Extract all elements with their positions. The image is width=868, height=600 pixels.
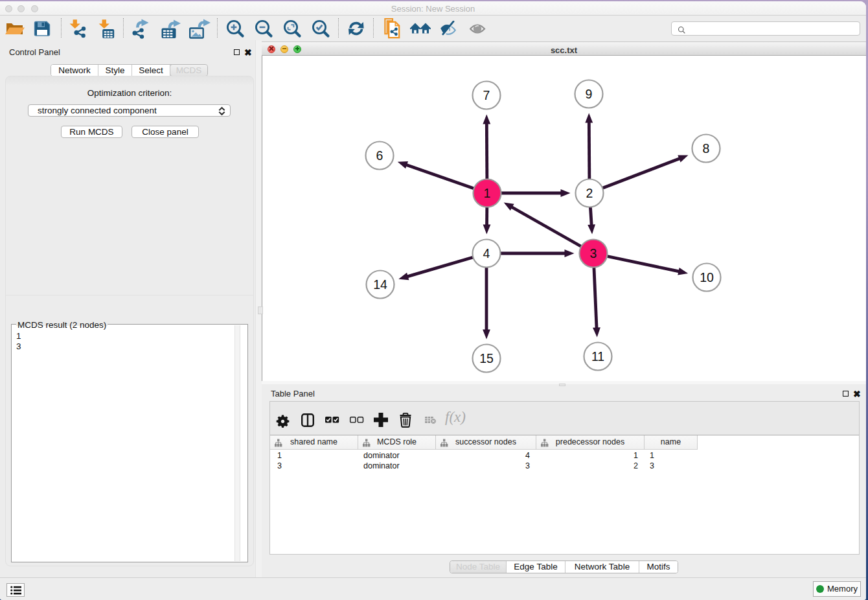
svg-text:11: 11: [591, 349, 604, 363]
svg-text:4: 4: [483, 246, 490, 260]
svg-text:3: 3: [589, 246, 597, 260]
svg-text:6: 6: [376, 148, 383, 162]
svg-text:10: 10: [700, 270, 714, 284]
svg-text:7: 7: [483, 87, 490, 102]
svg-text:15: 15: [479, 351, 494, 365]
svg-text:1: 1: [483, 185, 490, 200]
svg-text:2: 2: [586, 185, 593, 200]
svg-text:9: 9: [585, 86, 592, 100]
svg-text:14: 14: [373, 277, 387, 291]
svg-text:8: 8: [702, 141, 709, 155]
